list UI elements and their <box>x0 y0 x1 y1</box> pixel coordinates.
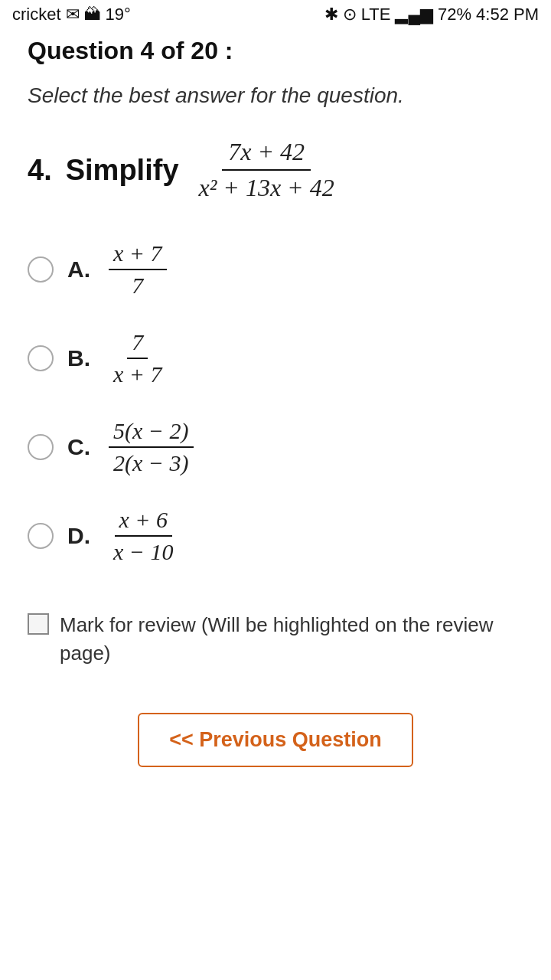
option-item-a[interactable]: A. x + 7 7 <box>28 240 523 299</box>
option-item-b[interactable]: B. 7 x + 7 <box>28 329 523 387</box>
question-body: 4. Simplify 7x + 42 x² + 13x + 42 <box>28 138 523 202</box>
option-fraction-d: x + 6 x − 10 <box>109 507 178 565</box>
status-bar: cricket ✉ 🏔 19° ✱ ⊙ LTE ▂▄▆ 72% 4:52 PM <box>0 0 551 29</box>
option-a-denominator: 7 <box>127 270 148 299</box>
option-fraction-c: 5(x − 2) 2(x − 3) <box>109 418 194 476</box>
option-c-denominator: 2(x − 3) <box>109 448 194 476</box>
bluetooth-icon: ✱ <box>324 5 338 24</box>
option-fraction-b: 7 x + 7 <box>109 329 167 387</box>
option-item-c[interactable]: C. 5(x − 2) 2(x − 3) <box>28 418 523 476</box>
instructions: Select the best answer for the question. <box>28 80 523 110</box>
option-label-b: B. <box>67 345 95 371</box>
signal-icon: ▂▄▆ <box>395 5 433 24</box>
radio-a[interactable] <box>28 256 54 283</box>
option-label-a: A. <box>67 256 95 283</box>
status-right: ✱ ⊙ LTE ▂▄▆ 72% 4:52 PM <box>324 5 539 24</box>
carrier-label: cricket <box>12 5 61 24</box>
option-label-c: C. <box>67 434 95 460</box>
question-denominator: x² + 13x + 42 <box>193 171 341 202</box>
radio-c[interactable] <box>28 434 54 460</box>
photo-icon: 🏔 <box>84 5 101 24</box>
radio-d[interactable] <box>28 523 54 549</box>
option-c-numerator: 5(x − 2) <box>109 418 194 448</box>
main-content: Question 4 of 20 : Select the best answe… <box>0 29 551 798</box>
question-numerator: 7x + 42 <box>222 138 311 171</box>
status-left: cricket ✉ 🏔 19° <box>12 5 131 24</box>
options-list: A. x + 7 7 B. 7 x + 7 C. 5(x − 2) 2(x − … <box>28 240 523 565</box>
email-icon: ✉ <box>66 5 80 24</box>
review-checkbox[interactable] <box>28 613 49 635</box>
time-label: 4:52 PM <box>476 5 539 24</box>
radio-b[interactable] <box>28 345 54 371</box>
battery-label: 72% <box>438 5 471 24</box>
question-fraction: 7x + 42 x² + 13x + 42 <box>193 138 341 202</box>
previous-question-button[interactable]: << Previous Question <box>138 713 413 767</box>
mark-review[interactable]: Mark for review (Will be highlighted on … <box>28 611 523 667</box>
alarm-icon: ⊙ <box>343 5 357 24</box>
option-item-d[interactable]: D. x + 6 x − 10 <box>28 507 523 565</box>
lte-label: LTE <box>361 5 391 24</box>
review-label: Mark for review (Will be highlighted on … <box>60 611 523 667</box>
option-fraction-a: x + 7 7 <box>109 240 167 299</box>
option-label-d: D. <box>67 523 95 549</box>
option-d-denominator: x − 10 <box>109 537 178 565</box>
option-b-denominator: x + 7 <box>109 359 167 387</box>
question-verb: Simplify <box>66 154 179 187</box>
temperature-label: 19° <box>106 5 131 24</box>
option-b-numerator: 7 <box>127 329 148 359</box>
question-header: Question 4 of 20 : <box>28 37 523 65</box>
question-number: 4. <box>28 154 52 187</box>
option-d-numerator: x + 6 <box>115 507 173 537</box>
option-a-numerator: x + 7 <box>109 240 167 270</box>
